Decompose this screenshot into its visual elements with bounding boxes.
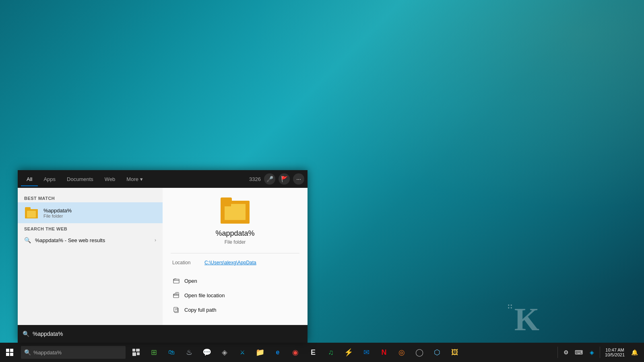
- web-search-icon: 🔍: [24, 237, 31, 243]
- tab-all[interactable]: All: [21, 172, 38, 186]
- search-bar-icon: 🔍: [23, 331, 29, 337]
- svg-rect-4: [174, 307, 178, 312]
- score-badge: 3326: [249, 176, 261, 182]
- result-item-appdata[interactable]: %appdata% File folder: [18, 202, 163, 223]
- action-copy-path[interactable]: Copy full path: [171, 302, 299, 317]
- detail-folder-type: File folder: [225, 239, 246, 245]
- svg-rect-2: [175, 292, 179, 294]
- taskbar: 🔍 %appdata% ⊞ 🛍 ♨ 💬 ◈ ⚔ 📁 e ◉ E ♫ ⚡: [0, 343, 644, 362]
- taskbar-icon-epic[interactable]: ◈: [216, 343, 233, 362]
- tab-more[interactable]: More ▾: [121, 172, 148, 186]
- taskbar-icon-epic2[interactable]: E: [304, 343, 322, 362]
- web-result-item[interactable]: 🔍 %appdata% - See web results ›: [18, 233, 163, 247]
- taskbar-icon-app3[interactable]: ⬡: [428, 343, 446, 362]
- svg-rect-5: [6, 349, 9, 352]
- clock-time: 10:47 AM: [605, 348, 624, 352]
- copy-full-path-label: Copy full path: [184, 307, 217, 313]
- taskbar-icon-discord[interactable]: 💬: [198, 343, 216, 362]
- taskbar-icon-spotify[interactable]: ♫: [322, 343, 340, 362]
- start-button[interactable]: [0, 343, 19, 362]
- search-input-text[interactable]: %appdata%: [33, 331, 303, 337]
- location-value[interactable]: C:\Users\alexg\AppData: [204, 260, 256, 265]
- web-result-arrow-icon: ›: [155, 237, 156, 243]
- tab-web[interactable]: Web: [99, 172, 121, 186]
- open-file-location-label: Open file location: [184, 292, 225, 298]
- tab-apps[interactable]: Apps: [38, 172, 61, 186]
- open-label: Open: [184, 278, 197, 284]
- detail-folder-name: %appdata%: [215, 229, 254, 238]
- svg-rect-6: [10, 349, 13, 352]
- taskbar-icon-xbox[interactable]: ⊞: [145, 343, 163, 362]
- divider: [171, 253, 299, 253]
- taskbar-clock[interactable]: 10:47 AM 10/5/2021: [602, 343, 628, 362]
- right-panel: %appdata% File folder Location C:\Users\…: [163, 188, 308, 325]
- content-area: Best match %appdata% File folder: [18, 188, 308, 325]
- result-text: %appdata% File folder: [43, 208, 156, 218]
- svg-rect-11: [132, 352, 136, 356]
- tray-keyboard[interactable]: ⌨: [572, 343, 585, 362]
- folder-icon-result: [24, 206, 39, 220]
- svg-rect-8: [10, 353, 13, 356]
- taskbar-icon-files[interactable]: 📁: [251, 343, 269, 362]
- taskbar-app-icons: ⊞ 🛍 ♨ 💬 ◈ ⚔ 📁 e ◉ E ♫ ⚡ ✉ N ◎ ◯ ⬡ 🖼: [145, 343, 556, 362]
- action-list: Open Open file location: [171, 274, 299, 317]
- tray-notifications[interactable]: 🔔: [628, 343, 641, 362]
- svg-rect-7: [6, 353, 9, 356]
- taskbar-icon-chrome[interactable]: ◉: [287, 343, 304, 362]
- svg-rect-10: [136, 349, 140, 352]
- tray-app-store[interactable]: ◈: [585, 343, 598, 362]
- svg-rect-0: [173, 279, 179, 283]
- folder-icon-large: [221, 197, 250, 224]
- open-icon: [172, 277, 180, 285]
- tabs-bar: All Apps Documents Web More ▾ 3326 🎤 🚩 ·…: [18, 170, 308, 188]
- taskbar-icon-redragon[interactable]: ⚡: [340, 343, 357, 362]
- result-type: File folder: [43, 214, 156, 218]
- taskbar-task-view[interactable]: [127, 343, 145, 362]
- taskbar-search-text: %appdata%: [33, 350, 62, 356]
- taskbar-icon-netflix[interactable]: N: [375, 343, 393, 362]
- web-result-text: %appdata% - See web results: [35, 237, 155, 243]
- taskbar-icon-origin[interactable]: ◎: [393, 343, 411, 362]
- location-row: Location C:\Users\alexg\AppData: [171, 260, 299, 265]
- result-name: %appdata%: [43, 208, 156, 214]
- action-open-file-location[interactable]: Open file location: [171, 288, 299, 302]
- tray-sep: [557, 347, 558, 358]
- search-panel: All Apps Documents Web More ▾ 3326 🎤 🚩 ·…: [18, 170, 308, 343]
- taskbar-icon-photos[interactable]: 🖼: [446, 343, 464, 362]
- svg-rect-12: [137, 352, 140, 355]
- best-match-label: Best match: [18, 193, 163, 202]
- action-open[interactable]: Open: [171, 274, 299, 288]
- tray-sep2: [600, 347, 600, 358]
- tabs-bar-right: 3326 🎤 🚩 ···: [249, 173, 304, 185]
- taskbar-tray: ⚙ ⌨ ◈ 10:47 AM 10/5/2021 🔔: [556, 343, 644, 362]
- more-icon[interactable]: ···: [293, 173, 304, 185]
- k-watermark: K: [507, 301, 539, 338]
- cortana-icon[interactable]: 🎤: [264, 173, 275, 185]
- taskbar-icon-app2[interactable]: ◯: [411, 343, 428, 362]
- web-section-label: Search the web: [18, 223, 163, 233]
- taskbar-icon-edge[interactable]: e: [269, 343, 287, 362]
- tab-documents[interactable]: Documents: [61, 172, 99, 186]
- svg-rect-9: [132, 349, 135, 352]
- taskbar-icon-outlook[interactable]: ✉: [357, 343, 375, 362]
- taskbar-icon-store[interactable]: 🛍: [163, 343, 180, 362]
- search-bar-bottom: 🔍 %appdata%: [18, 325, 308, 343]
- open-file-location-icon: [172, 291, 180, 299]
- taskbar-icon-steam[interactable]: ♨: [180, 343, 198, 362]
- taskbar-search-icon: 🔍: [24, 349, 31, 356]
- taskbar-search[interactable]: 🔍 %appdata%: [21, 346, 126, 359]
- feedback-icon[interactable]: 🚩: [279, 173, 290, 185]
- location-label: Location: [172, 260, 204, 265]
- left-panel: Best match %appdata% File folder: [18, 188, 163, 325]
- copy-path-icon: [172, 306, 180, 314]
- clock-date: 10/5/2021: [605, 352, 625, 357]
- desktop: K All Apps Documents Web More ▾ 3326 🎤 🚩…: [0, 0, 644, 362]
- tray-settings[interactable]: ⚙: [559, 343, 572, 362]
- taskbar-icon-battle[interactable]: ⚔: [233, 343, 251, 362]
